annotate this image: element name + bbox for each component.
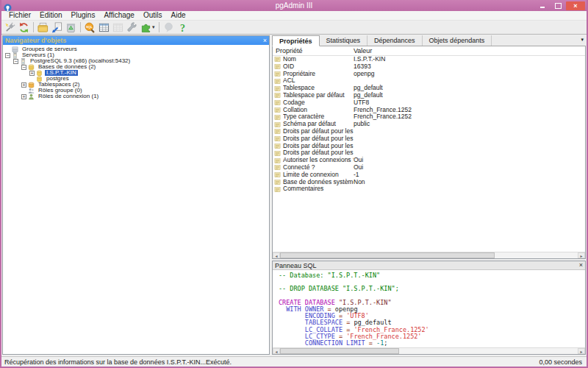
property-name: Tablespace bbox=[283, 85, 354, 92]
property-row-tablespace[interactable]: Tablespacepg_default bbox=[273, 85, 585, 92]
toolbar-connect-button[interactable] bbox=[3, 21, 17, 34]
toolbar-help-button[interactable]: ? bbox=[176, 21, 190, 34]
property-name: Commentaires bbox=[283, 185, 354, 193]
scroll-left-icon[interactable]: ◂ bbox=[273, 348, 280, 354]
property-icon bbox=[274, 63, 281, 70]
tab-proprietes[interactable]: Propriétés bbox=[272, 35, 320, 46]
tab-objets-dependants[interactable]: Objets dépendants bbox=[423, 35, 492, 46]
property-row-schema-par-defaut[interactable]: Schéma par défautpublic bbox=[273, 121, 585, 128]
property-row-droits-par-defaut-pour-les-seque[interactable]: Droits par défaut pour les séque... bbox=[273, 135, 585, 143]
property-row-tablespace-par-defaut[interactable]: Tablespace par défautpg_default bbox=[273, 92, 585, 99]
property-row-commentaires[interactable]: Commentaires bbox=[273, 185, 585, 193]
property-row-acl[interactable]: ACL bbox=[273, 77, 585, 85]
property-icon bbox=[274, 186, 281, 193]
tree-item-label[interactable]: Rôles de connexion (1) bbox=[37, 93, 100, 99]
sql-code: -- Database: "I.S.P.T.-KIN" -- DROP DATA… bbox=[273, 270, 585, 347]
expand-icon[interactable]: + bbox=[29, 71, 35, 76]
help-icon: ? bbox=[177, 22, 188, 33]
tab-statistiques[interactable]: Statistiques bbox=[320, 35, 368, 46]
minimize-button[interactable] bbox=[535, 1, 550, 10]
properties-hscrollbar[interactable]: ◂ ▸ bbox=[273, 252, 585, 258]
refresh-icon bbox=[18, 22, 29, 33]
scroll-right-icon[interactable]: ▸ bbox=[578, 348, 585, 354]
menu-item-fichier[interactable]: Fichier bbox=[4, 11, 35, 20]
property-row-connecte[interactable]: Connecté ?Oui bbox=[273, 164, 585, 171]
toolbar-properties-button[interactable] bbox=[36, 21, 50, 34]
property-name: ACL bbox=[283, 77, 354, 85]
tree-item-roles-de-connexion-1[interactable]: +Rôles de connexion (1) bbox=[3, 93, 269, 99]
property-icon bbox=[274, 56, 281, 63]
expand-icon[interactable]: + bbox=[21, 82, 26, 88]
close-button[interactable]: × bbox=[566, 1, 585, 10]
maximize-button[interactable] bbox=[551, 1, 565, 10]
toolbar-create-button[interactable] bbox=[50, 21, 64, 34]
property-row-nom[interactable]: NomI.S.P.T.-KIN bbox=[273, 56, 585, 63]
collapse-icon[interactable]: − bbox=[13, 59, 18, 64]
sql-token-comment: -- DROP DATABASE "I.S.P.T.-KIN"; bbox=[279, 285, 399, 292]
property-icon bbox=[274, 179, 281, 185]
property-icon bbox=[274, 85, 281, 92]
toolbar-maintenance-button[interactable] bbox=[125, 21, 139, 34]
property-value: French_France.1252 bbox=[354, 107, 585, 114]
property-value: openpg bbox=[354, 71, 585, 78]
property-row-droits-par-defaut-pour-les-types[interactable]: Droits par défaut pour les types bbox=[273, 149, 585, 157]
property-row-base-de-donnees-systeme[interactable]: Base de données système ?Non bbox=[273, 179, 585, 186]
menu-item-affichage[interactable]: Affichage bbox=[99, 11, 139, 20]
property-icon bbox=[274, 114, 281, 121]
sql-pane-close-icon[interactable]: × bbox=[579, 262, 583, 269]
column-header-value[interactable]: Valeur bbox=[354, 46, 585, 55]
collapse-icon[interactable]: − bbox=[5, 53, 10, 58]
tree-item-bases-de-donnees-2[interactable]: −Bases de données (2) bbox=[3, 64, 269, 70]
toolbar-refresh-button[interactable] bbox=[17, 21, 31, 34]
menu-item-aide[interactable]: Aide bbox=[166, 11, 190, 20]
expand-icon[interactable]: + bbox=[21, 94, 26, 99]
plugin-icon bbox=[140, 22, 151, 33]
tree-item-i-s-p-t-kin[interactable]: +I.S.P.T.-KIN bbox=[3, 70, 269, 76]
toolbar: SQL▾? bbox=[1, 21, 587, 35]
property-row-limite-de-connexion[interactable]: Limite de connexion-1 bbox=[273, 171, 585, 179]
detail-panel: PropriétésStatistiquesDépendancesObjets … bbox=[272, 35, 586, 355]
property-row-droits-par-defaut-pour-les-tables[interactable]: Droits par défaut pour les tables bbox=[273, 128, 585, 135]
detail-tabs: PropriétésStatistiquesDépendancesObjets … bbox=[272, 35, 586, 46]
property-name: Droits par défaut pour les types bbox=[283, 149, 354, 157]
toolbar-query-tool-button[interactable]: SQL bbox=[83, 21, 97, 34]
tab-dependances[interactable]: Dépendances bbox=[368, 35, 423, 46]
toolbar-delete-button[interactable] bbox=[64, 21, 78, 34]
sql-token-plain: ; bbox=[384, 339, 387, 347]
property-value: -1 bbox=[354, 171, 585, 179]
dropdown-caret-icon[interactable]: ▾ bbox=[152, 24, 155, 30]
property-row-oid[interactable]: OID16393 bbox=[273, 63, 585, 71]
property-row-collation[interactable]: CollationFrench_France.1252 bbox=[273, 107, 585, 114]
property-row-proprietaire[interactable]: Propriétaireopenpg bbox=[273, 71, 585, 78]
scrollbar-thumb[interactable] bbox=[280, 348, 399, 354]
property-icon bbox=[274, 107, 281, 113]
property-row-droits-par-defaut-pour-les-fonctions[interactable]: Droits par défaut pour les fonctions bbox=[273, 143, 585, 150]
menu-item-outils[interactable]: Outils bbox=[139, 11, 167, 20]
toolbar-separator bbox=[80, 22, 81, 32]
sql-hscrollbar[interactable]: ◂ ▸ bbox=[273, 347, 585, 354]
property-row-autoriser-les-connexions[interactable]: Autoriser les connexions ?Oui bbox=[273, 157, 585, 164]
status-bar: Récupération des informations sur la bas… bbox=[1, 356, 587, 367]
menu-item-edition[interactable]: Édition bbox=[35, 11, 67, 20]
panel-close-icon[interactable]: × bbox=[263, 38, 267, 44]
sql-pane-title: Panneau SQL bbox=[275, 261, 317, 270]
collapse-icon[interactable]: − bbox=[21, 65, 26, 70]
property-value: Non bbox=[354, 179, 585, 186]
create-icon bbox=[51, 22, 62, 33]
scroll-right-icon[interactable]: ▸ bbox=[578, 252, 585, 258]
toolbar-view-data-button[interactable] bbox=[97, 21, 111, 34]
scrollbar-thumb[interactable] bbox=[280, 252, 495, 258]
toolbar-plugins-button[interactable]: ▾ bbox=[139, 21, 157, 34]
property-name: Propriétaire bbox=[283, 71, 354, 78]
view-data-icon bbox=[98, 22, 110, 33]
property-icon bbox=[274, 128, 281, 135]
column-header-property[interactable]: Propriété bbox=[273, 46, 354, 55]
scroll-left-icon[interactable]: ◂ bbox=[273, 252, 280, 258]
properties-list: NomI.S.P.T.-KINOID16393Propriétaireopenp… bbox=[273, 56, 585, 252]
window-title: pgAdmin III bbox=[1, 0, 587, 11]
property-row-type-caractere[interactable]: Type caractèreFrench_France.1252 bbox=[273, 113, 585, 121]
tab-list-dropdown-icon[interactable]: ▾ bbox=[581, 37, 584, 43]
menu-item-plugins[interactable]: Plugins bbox=[67, 11, 100, 20]
sql-token-number: -1 bbox=[376, 339, 384, 347]
property-row-codage[interactable]: CodageUTF8 bbox=[273, 99, 585, 107]
